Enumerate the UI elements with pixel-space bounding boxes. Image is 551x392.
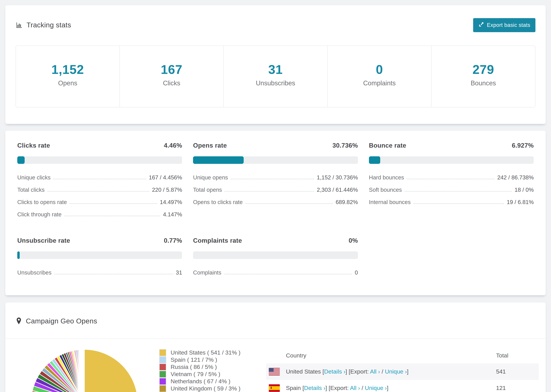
summary-value: 1,152 bbox=[18, 62, 118, 77]
rate-progress-fill bbox=[193, 156, 244, 164]
rate-row-value: 19 / 6.81% bbox=[507, 199, 534, 205]
legend-item-united-states[interactable]: United States ( 541 / 31% ) bbox=[159, 349, 256, 356]
legend-swatch bbox=[159, 385, 166, 392]
rate-card-opens-rate: Opens rate30.736%Unique opens1,152 / 30.… bbox=[193, 142, 358, 221]
rate-row-value: 31 bbox=[176, 269, 182, 276]
link-separator: / bbox=[380, 368, 385, 375]
legend-swatch bbox=[159, 364, 166, 371]
rate-row-label: Opens to clicks rate bbox=[193, 199, 243, 205]
rate-row-unsubscribes: Unsubscribes31 bbox=[17, 266, 182, 279]
rates-card: Clicks rate4.46%Unique clicks167 / 4.456… bbox=[5, 131, 546, 295]
dotted-leader bbox=[70, 203, 157, 204]
geo-body: United States ( 541 / 31% )Spain ( 121 /… bbox=[5, 339, 546, 392]
rate-value: 6.927% bbox=[512, 142, 534, 149]
legend-item-spain[interactable]: Spain ( 121 / 7% ) bbox=[159, 356, 256, 364]
export-unique-link[interactable]: Unique › bbox=[365, 385, 387, 391]
flag-us-icon bbox=[269, 368, 280, 375]
dotted-leader bbox=[407, 179, 494, 179]
geo-row-spain: Spain [Details ›] [Export: All › / Uniqu… bbox=[266, 380, 539, 392]
dotted-leader bbox=[64, 216, 160, 216]
rate-card-bounce-rate: Bounce rate6.927%Hard bounces242 / 86.73… bbox=[369, 142, 534, 221]
details-link[interactable]: Details › bbox=[324, 368, 346, 375]
legend-item-russia[interactable]: Russia ( 86 / 5% ) bbox=[159, 364, 256, 371]
summary-box-complaints: 0Complaints bbox=[327, 46, 431, 107]
total-cell: 121 bbox=[496, 385, 539, 391]
legend-item-netherlands[interactable]: Netherlands ( 67 / 4% ) bbox=[159, 378, 256, 385]
rate-row-total-clicks: Total clicks220 / 5.87% bbox=[17, 184, 182, 196]
geo-opens-pie-chart[interactable] bbox=[29, 348, 140, 392]
rate-row-label: Internal bounces bbox=[369, 199, 411, 205]
total-column-header: Total bbox=[496, 352, 539, 359]
campaign-geo-opens-card: Campaign Geo Opens United States ( 541 /… bbox=[5, 302, 546, 392]
rate-rows: Complaints0 bbox=[193, 266, 358, 279]
geo-title: Campaign Geo Opens bbox=[15, 317, 97, 325]
rate-header: Unsubscribe rate0.77% bbox=[17, 237, 182, 244]
export-basic-stats-button[interactable]: Export basic stats bbox=[473, 18, 536, 32]
dashboard-page: Tracking stats Export basic stats 1,152O… bbox=[0, 0, 551, 392]
rate-progress-fill bbox=[17, 252, 20, 259]
rate-header: Opens rate30.736% bbox=[193, 142, 358, 149]
rate-row-label: Soft bounces bbox=[369, 187, 402, 193]
rate-title: Complaints rate bbox=[193, 237, 242, 244]
legend-item-united-kingdom[interactable]: United Kingdom ( 59 / 3% ) bbox=[159, 385, 256, 392]
rate-row-value: 2,303 / 61.446% bbox=[317, 187, 358, 193]
rate-card-complaints-rate: Complaints rate0%Complaints0 bbox=[193, 237, 358, 279]
rate-header: Bounce rate6.927% bbox=[369, 142, 534, 149]
export-all-link[interactable]: All › bbox=[350, 385, 360, 391]
dotted-leader bbox=[245, 203, 333, 204]
rate-row-value: 167 / 4.456% bbox=[149, 174, 182, 181]
rate-value: 4.46% bbox=[164, 142, 182, 149]
tracking-stats-title-text: Tracking stats bbox=[27, 21, 71, 29]
rate-rows: Unique clicks167 / 4.456%Total clicks220… bbox=[17, 171, 182, 221]
rate-row-unique-opens: Unique opens1,152 / 30.736% bbox=[193, 171, 358, 184]
details-link[interactable]: Details › bbox=[304, 385, 325, 391]
geo-header: Campaign Geo Opens bbox=[5, 311, 546, 338]
legend-item-vietnam[interactable]: Vietnam ( 79 / 5% ) bbox=[159, 371, 256, 378]
dotted-leader bbox=[54, 274, 173, 274]
rate-title: Bounce rate bbox=[369, 142, 406, 149]
summary-value: 31 bbox=[225, 62, 325, 77]
export-all-link[interactable]: All › bbox=[370, 368, 380, 375]
geo-table-header-row: Country Total bbox=[266, 348, 539, 364]
rate-title: Clicks rate bbox=[17, 142, 50, 149]
rate-row-unique-clicks: Unique clicks167 / 4.456% bbox=[17, 171, 182, 184]
bracket-close: ] bbox=[407, 368, 409, 375]
rate-row-hard-bounces: Hard bounces242 / 86.738% bbox=[369, 171, 534, 184]
country-cell: United States [Details ›] [Export: All ›… bbox=[286, 368, 496, 375]
export-prefix: ] [Export: bbox=[325, 385, 350, 391]
legend-label: Spain ( 121 / 7% ) bbox=[171, 357, 217, 363]
geo-country-table: Country Total United States [Details ›] … bbox=[266, 348, 539, 392]
rate-card-clicks-rate: Clicks rate4.46%Unique clicks167 / 4.456… bbox=[17, 142, 182, 221]
rate-row-click-through-rate: Click through rate4.147% bbox=[17, 208, 182, 221]
rate-value: 0% bbox=[349, 237, 358, 244]
rate-rows: Unique opens1,152 / 30.736%Total opens2,… bbox=[193, 171, 358, 208]
dotted-leader bbox=[47, 191, 149, 192]
summary-box-opens: 1,152Opens bbox=[16, 46, 120, 107]
summary-label: Clicks bbox=[121, 79, 222, 87]
rate-header: Complaints rate0% bbox=[193, 237, 358, 244]
bracket-close: ] bbox=[387, 385, 389, 391]
rate-row-label: Total opens bbox=[193, 187, 222, 193]
country-name: Spain [ bbox=[286, 385, 304, 391]
summary-box-unsubscribes: 31Unsubscribes bbox=[223, 46, 327, 107]
rate-row-complaints: Complaints0 bbox=[193, 266, 358, 279]
summary-label: Complaints bbox=[329, 79, 430, 87]
rate-rows: Hard bounces242 / 86.738%Soft bounces18 … bbox=[369, 171, 534, 208]
rate-progress-fill bbox=[369, 156, 380, 164]
rate-progress-bar bbox=[17, 252, 182, 259]
summary-label: Bounces bbox=[433, 79, 533, 87]
export-unique-link[interactable]: Unique › bbox=[385, 368, 407, 375]
rate-value: 0.77% bbox=[164, 237, 182, 244]
rate-progress-fill bbox=[17, 156, 25, 164]
rate-row-value: 4.147% bbox=[163, 211, 182, 218]
summary-label: Unsubscribes bbox=[225, 79, 325, 87]
legend-swatch bbox=[159, 357, 166, 363]
rate-row-value: 1,152 / 30.736% bbox=[317, 174, 358, 181]
rate-progress-bar bbox=[17, 156, 182, 164]
rate-rows: Unsubscribes31 bbox=[17, 266, 182, 279]
summary-box-clicks: 167Clicks bbox=[120, 46, 223, 107]
legend-label: United Kingdom ( 59 / 3% ) bbox=[171, 385, 240, 392]
rate-title: Unsubscribe rate bbox=[17, 237, 70, 244]
rate-row-value: 220 / 5.87% bbox=[152, 187, 182, 193]
rate-title: Opens rate bbox=[193, 142, 227, 149]
